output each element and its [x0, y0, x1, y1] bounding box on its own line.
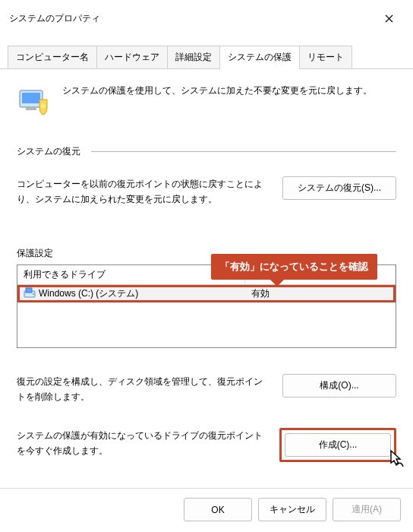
drive-status: 有効 [245, 285, 396, 302]
window-title: システムのプロパティ [9, 12, 100, 25]
svg-rect-5 [26, 288, 32, 293]
apply-button[interactable]: 適用(A) [333, 498, 401, 521]
drive-row[interactable]: Windows (C:) (システム) 有効 [17, 285, 396, 302]
shield-monitor-icon [17, 83, 50, 116]
section-restore-head: システムの復元 [17, 145, 396, 158]
drive-icon [24, 287, 36, 298]
intro-text: システムの保護を使用して、システムに加えた不要な変更を元に戻します。 [62, 83, 372, 98]
close-icon [385, 14, 393, 23]
divider [91, 151, 396, 152]
tab-bar: コンピューター名 ハードウェア 詳細設定 システムの保護 リモート [0, 33, 413, 69]
titlebar: システムのプロパティ [0, 0, 413, 33]
tab-computer-name[interactable]: コンピューター名 [8, 46, 97, 68]
restore-row: コンピューターを以前の復元ポイントの状態に戻すことにより、システムに加えられた変… [17, 176, 396, 207]
tab-advanced[interactable]: 詳細設定 [167, 46, 220, 68]
svg-point-6 [33, 293, 34, 295]
configure-row: 復元の設定を構成し、ディスク領域を管理して、復元ポイントを削除します。 構成(O… [17, 374, 396, 405]
configure-desc: 復元の設定を構成し、ディスク領域を管理して、復元ポイントを削除します。 [17, 374, 267, 405]
ok-button[interactable]: OK [184, 498, 252, 521]
drive-name-cell: Windows (C:) (システム) [17, 285, 245, 302]
close-button[interactable] [374, 8, 404, 29]
tab-system-protection[interactable]: システムの保護 [219, 46, 300, 68]
drive-name: Windows (C:) (システム) [39, 288, 138, 299]
svg-point-3 [41, 103, 46, 108]
dialog-footer: OK キャンセル 適用(A) [0, 488, 413, 532]
tab-hardware[interactable]: ハードウェア [96, 46, 168, 68]
create-desc: システムの保護が有効になっているドライブの復元ポイントを今すぐ作成します。 [17, 428, 264, 459]
section-restore-label: システムの復元 [17, 145, 80, 158]
restore-desc: コンピューターを以前の復元ポイントの状態に戻すことにより、システムに加えられた変… [17, 176, 267, 207]
configure-button[interactable]: 構成(O)... [282, 374, 396, 397]
cancel-button[interactable]: キャンセル [258, 498, 326, 521]
svg-rect-1 [22, 93, 40, 103]
create-button[interactable]: 作成(C)... [285, 433, 391, 457]
tab-remote[interactable]: リモート [299, 46, 352, 68]
create-row: システムの保護が有効になっているドライブの復元ポイントを今すぐ作成します。 作成… [17, 428, 396, 462]
system-restore-button[interactable]: システムの復元(S)... [282, 176, 396, 200]
svg-rect-2 [26, 107, 36, 110]
intro: システムの保護を使用して、システムに加えた不要な変更を元に戻します。 [17, 83, 396, 116]
annotation-callout: 「有効」になっていることを確認 [211, 254, 377, 280]
create-highlight: 作成(C)... [279, 428, 396, 462]
